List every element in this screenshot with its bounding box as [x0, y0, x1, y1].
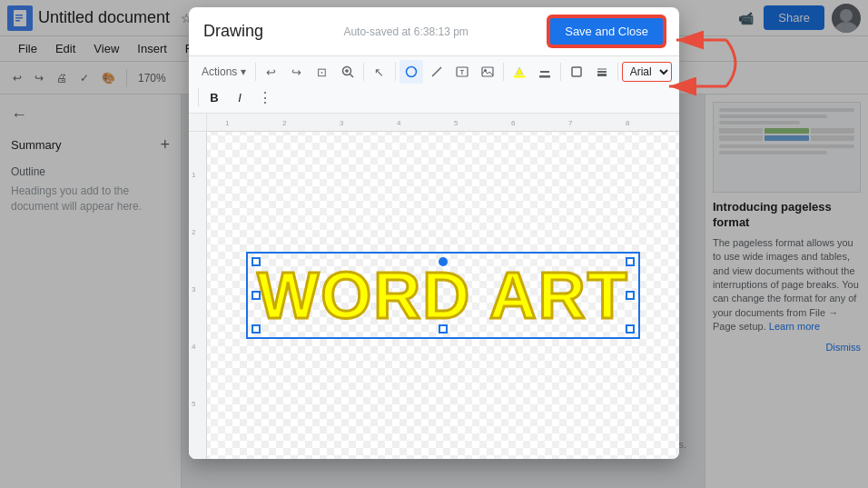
dtb-italic-button[interactable]: I — [228, 85, 252, 109]
dtb-zoom-button[interactable] — [336, 60, 360, 84]
dtb-shapes-button[interactable] — [399, 60, 423, 84]
dtb-sep-5 — [560, 63, 561, 81]
svg-text:2: 2 — [192, 228, 196, 236]
svg-rect-19 — [572, 67, 581, 76]
dtb-fill-color-button[interactable] — [508, 60, 531, 84]
dtb-border-width-button[interactable] — [590, 60, 614, 84]
word-art-container[interactable]: WORD ART — [257, 263, 628, 328]
handle-bottom[interactable] — [439, 324, 448, 334]
svg-text:5: 5 — [192, 400, 196, 408]
svg-text:1: 1 — [225, 119, 230, 127]
svg-point-10 — [406, 67, 416, 77]
font-selector[interactable]: Arial — [622, 62, 672, 82]
drawing-canvas[interactable]: 1 2 3 4 5 6 7 8 1 2 3 4 5 — [189, 114, 679, 459]
svg-text:8: 8 — [626, 119, 630, 127]
dialog-toolbar: Actions ▾ ↩ ↪ ⊡ ↖ — [189, 56, 679, 114]
dtb-sep-4 — [503, 63, 504, 81]
handle-bottom-right[interactable] — [626, 324, 635, 334]
svg-text:6: 6 — [511, 119, 516, 127]
svg-text:T: T — [460, 69, 465, 75]
dtb-line-button[interactable] — [425, 60, 449, 84]
dtb-sep-1 — [255, 63, 256, 81]
drawing-dialog: Drawing Auto-saved at 6:38:13 pm Save an… — [189, 7, 679, 459]
dtb-sep-3 — [395, 63, 396, 81]
handle-top[interactable] — [439, 257, 448, 266]
svg-line-11 — [432, 67, 441, 76]
dialog-title: Drawing — [203, 22, 263, 41]
dialog-header: Drawing Auto-saved at 6:38:13 pm Save an… — [189, 7, 679, 56]
dtb-image-button[interactable] — [476, 60, 499, 84]
svg-text:1: 1 — [192, 171, 196, 179]
handle-top-left[interactable] — [252, 257, 261, 266]
dtb-crop-button[interactable]: ⊡ — [311, 60, 334, 84]
ruler-vertical: 1 2 3 4 5 — [189, 132, 207, 459]
svg-text:3: 3 — [340, 119, 344, 127]
handle-bottom-left[interactable] — [252, 324, 261, 334]
svg-text:7: 7 — [568, 119, 573, 127]
dtb-bold-button[interactable]: B — [202, 85, 226, 109]
actions-menu-button[interactable]: Actions ▾ — [196, 63, 252, 81]
ruler-horizontal: 1 2 3 4 5 6 7 8 — [207, 114, 679, 132]
dtb-redo-button[interactable]: ↪ — [285, 60, 309, 84]
handle-left[interactable] — [252, 291, 261, 300]
svg-rect-18 — [539, 75, 550, 78]
dtb-sep-2 — [363, 63, 364, 81]
dtb-undo-button[interactable]: ↩ — [260, 60, 283, 84]
svg-line-7 — [350, 75, 353, 78]
dtb-sep-7 — [198, 88, 199, 106]
handle-top-right[interactable] — [626, 257, 635, 266]
canvas-content: WORD ART — [207, 132, 679, 459]
dtb-text-button[interactable]: T — [450, 60, 474, 84]
ruler-corner — [189, 114, 207, 132]
handle-right[interactable] — [626, 291, 635, 300]
dtb-border-style-button[interactable] — [565, 60, 588, 84]
actions-label: Actions ▾ — [202, 65, 246, 78]
dialog-overlay: Drawing Auto-saved at 6:38:13 pm Save an… — [0, 0, 868, 488]
svg-rect-16 — [514, 75, 525, 78]
save-and-close-button[interactable]: Save and Close — [548, 16, 665, 46]
svg-text:2: 2 — [282, 119, 287, 127]
dtb-cursor-button[interactable]: ↖ — [368, 60, 391, 84]
dtb-sep-6 — [617, 63, 618, 81]
svg-text:5: 5 — [454, 119, 459, 127]
dtb-more-button[interactable]: ⋮ — [253, 85, 277, 109]
dtb-line-color-button[interactable] — [533, 60, 557, 84]
dialog-autosave: Auto-saved at 6:38:13 pm — [263, 25, 548, 38]
svg-text:4: 4 — [192, 343, 196, 351]
svg-text:4: 4 — [397, 119, 401, 127]
svg-text:3: 3 — [192, 285, 196, 294]
